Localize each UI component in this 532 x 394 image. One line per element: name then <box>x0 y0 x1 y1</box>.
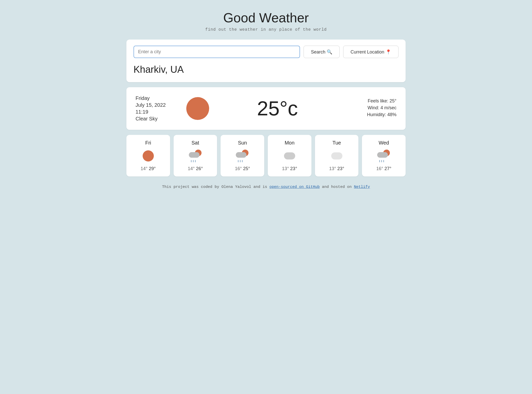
forecast-temps: 14° 26° <box>188 166 203 171</box>
forecast-row: Fri14° 29°Sat 14° 26°Sun 16° 25°Mon13° 2… <box>126 135 406 176</box>
forecast-temps: 16° 27° <box>376 166 391 171</box>
footer-text-middle: and hosted on <box>320 185 354 189</box>
forecast-day: Sun <box>238 140 247 146</box>
forecast-icon <box>142 149 155 163</box>
weather-condition: Clear Sky <box>136 116 176 122</box>
github-link[interactable]: open-sourced on GitHub <box>269 185 320 189</box>
forecast-high: 25° <box>243 166 250 171</box>
weather-date: July 15, 2022 <box>136 102 176 108</box>
forecast-day: Mon <box>285 140 294 146</box>
forecast-card: Tue13° 23° <box>315 135 359 176</box>
forecast-card: Fri14° 29° <box>126 135 170 176</box>
feels-like: Feels like: 25° <box>346 98 396 104</box>
forecast-low: 14° <box>188 166 195 171</box>
sun-icon-main <box>186 97 209 120</box>
forecast-low: 13° <box>329 166 336 171</box>
city-search-input[interactable] <box>134 46 300 58</box>
footer-text-before: This project was coded by Olena Yalovol … <box>162 185 269 189</box>
header: Good Weather find out the weather in any… <box>126 10 406 32</box>
app-title: Good Weather <box>126 10 406 25</box>
city-name: Kharkiv, UA <box>134 64 398 75</box>
forecast-day: Tue <box>332 140 341 146</box>
forecast-temps: 16° 25° <box>235 166 250 171</box>
temperature-display: 25°c <box>219 97 336 120</box>
weather-day: Friday <box>136 95 176 101</box>
forecast-day: Sat <box>191 140 199 146</box>
weather-info-left: Friday July 15, 2022 11:19 Clear Sky <box>136 95 176 122</box>
forecast-temps: 14° 29° <box>141 166 156 171</box>
forecast-card: Sat 14° 26° <box>174 135 217 176</box>
forecast-icon <box>189 149 202 163</box>
weather-time: 11:19 <box>136 109 176 115</box>
forecast-high: 27° <box>385 166 391 171</box>
forecast-card: Wed 16° 27° <box>362 135 406 176</box>
forecast-day: Wed <box>379 140 389 146</box>
sun-icon <box>143 150 154 162</box>
netlify-link[interactable]: Netlify <box>354 185 370 189</box>
cloud-light-icon <box>331 152 342 159</box>
forecast-high: 23° <box>337 166 344 171</box>
forecast-card: Sun 16° 25° <box>221 135 264 176</box>
forecast-temps: 13° 23° <box>282 166 297 171</box>
sun-cloud-rain-icon <box>377 150 390 162</box>
forecast-high: 26° <box>196 166 203 171</box>
forecast-icon <box>377 149 390 163</box>
forecast-day: Fri <box>145 140 151 146</box>
footer: This project was coded by Olena Yalovol … <box>126 184 406 190</box>
forecast-icon <box>236 149 249 163</box>
search-row: Search 🔍 Current Location 📍 <box>134 46 398 58</box>
forecast-high: 23° <box>290 166 297 171</box>
forecast-low: 16° <box>235 166 242 171</box>
wind-speed: Wind: 4 m/sec <box>346 105 396 111</box>
current-location-button[interactable]: Current Location 📍 <box>343 46 398 58</box>
app-container: Good Weather find out the weather in any… <box>126 10 406 190</box>
forecast-low: 14° <box>141 166 147 171</box>
cloud-icon <box>284 152 295 159</box>
app-subtitle: find out the weather in any place of the… <box>126 27 406 32</box>
forecast-high: 29° <box>149 166 156 171</box>
forecast-icon <box>330 149 343 163</box>
current-weather-card: Friday July 15, 2022 11:19 Clear Sky 25°… <box>126 87 406 130</box>
weather-info-right: Feels like: 25° Wind: 4 m/sec Humidity: … <box>346 98 396 119</box>
search-card: Search 🔍 Current Location 📍 Kharkiv, UA <box>126 40 406 82</box>
sun-cloud-rain-icon <box>236 150 249 162</box>
forecast-low: 16° <box>376 166 383 171</box>
forecast-low: 13° <box>282 166 289 171</box>
forecast-card: Mon13° 23° <box>268 135 311 176</box>
forecast-temps: 13° 23° <box>329 166 344 171</box>
sun-cloud-rain-icon <box>189 150 202 162</box>
forecast-icon <box>283 149 296 163</box>
humidity: Humidity: 48% <box>346 112 396 117</box>
search-button[interactable]: Search 🔍 <box>304 46 340 58</box>
